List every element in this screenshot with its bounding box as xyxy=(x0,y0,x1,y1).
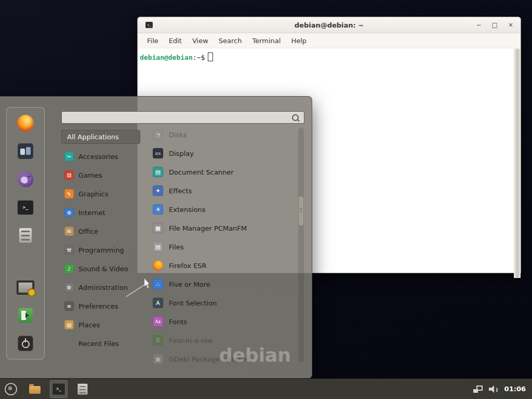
display-icon: ▭ xyxy=(153,148,163,158)
network-icon[interactable] xyxy=(473,385,483,393)
lock-screen-button[interactable] xyxy=(14,278,37,297)
category-label: Recent Files xyxy=(78,340,119,348)
app-label: Four-in-a-row xyxy=(169,337,213,344)
app-item-five-or-more[interactable]: ∴ Five or More xyxy=(149,275,295,294)
category-label: Office xyxy=(78,228,98,235)
menu-file[interactable]: File xyxy=(142,37,164,45)
debian-watermark: debian xyxy=(219,344,291,366)
taskbar-clock[interactable]: 01:06 xyxy=(504,385,526,393)
menu-view[interactable]: View xyxy=(187,37,214,45)
category-sound-video[interactable]: ♪ Sound & Video xyxy=(61,259,145,278)
category-label: Internet xyxy=(78,209,105,217)
favorite-messenger-button[interactable] xyxy=(14,170,37,189)
favorite-users-button[interactable] xyxy=(14,142,37,161)
app-item-files[interactable]: ▤ Files xyxy=(149,237,295,256)
app-label: Display xyxy=(169,150,194,157)
category-label: Administration xyxy=(78,284,128,291)
category-label: Games xyxy=(78,171,102,179)
app-label: Five or More xyxy=(169,281,210,288)
app-item-effects[interactable]: ✦ Effects xyxy=(149,181,295,200)
category-office[interactable]: ✉ Office xyxy=(61,222,145,241)
app-item-document-scanner[interactable]: ▤ Document Scanner xyxy=(149,163,295,181)
app-item-fonts[interactable]: Aa Fonts xyxy=(149,312,295,331)
logout-button[interactable] xyxy=(14,306,37,325)
category-programming[interactable]: ⚒ Programming xyxy=(61,241,145,259)
app-label: Fonts xyxy=(169,318,187,326)
app-item-font-selection[interactable]: A Font Selection xyxy=(149,294,295,312)
close-button[interactable]: × xyxy=(508,21,513,29)
menu-search[interactable]: Search xyxy=(214,37,247,45)
terminal-icon: >_ xyxy=(17,200,34,215)
category-preferences[interactable]: ≡ Preferences xyxy=(61,297,145,315)
app-label: Document Scanner xyxy=(169,168,234,176)
terminal-icon: >_ xyxy=(52,383,65,395)
internet-icon: ⊕ xyxy=(64,208,74,217)
places-folder-icon: ▤ xyxy=(64,320,74,329)
menu-button[interactable] xyxy=(2,380,20,398)
terminal-titlebar[interactable]: >_ debian@debian: ~ − □ × xyxy=(138,17,521,33)
app-item-extensions[interactable]: ✳ Extensions xyxy=(149,200,295,219)
terminal-menubar: File Edit View Search Terminal Help xyxy=(138,33,521,48)
menu-help[interactable]: Help xyxy=(286,37,312,45)
minimize-button[interactable]: − xyxy=(476,21,482,29)
firefox-icon xyxy=(17,115,34,131)
search-icon xyxy=(292,114,299,121)
search-bar xyxy=(61,111,304,124)
applications-menu: >_ All Applications ✂ Accessories ⚄ Game… xyxy=(0,96,312,379)
terminal-scrollbar-thumb[interactable] xyxy=(515,49,520,277)
terminal-cursor xyxy=(208,52,213,61)
taskbar-terminal-button[interactable]: >_ xyxy=(50,380,68,398)
shutdown-button[interactable] xyxy=(14,334,37,353)
taskbar-file-manager-button[interactable] xyxy=(26,380,44,398)
category-games[interactable]: ⚄ Games xyxy=(61,166,145,184)
app-label: Effects xyxy=(169,187,192,195)
administration-icon: ⚙ xyxy=(64,283,74,292)
logout-icon xyxy=(18,308,33,323)
terminal-title: debian@debian: ~ xyxy=(295,21,364,29)
apps-scrollbar-thumb[interactable] xyxy=(299,196,303,225)
files-icon: ▤ xyxy=(153,242,163,252)
category-graphics[interactable]: ✎ Graphics xyxy=(61,184,145,203)
category-places[interactable]: ▤ Places xyxy=(61,315,145,334)
categories-list: All Applications ✂ Accessories ⚄ Games ✎… xyxy=(61,130,145,353)
apps-scrollbar[interactable] xyxy=(298,128,304,363)
applications-list: ◔ Disks ▭ Display ▤ Document Scanner ✦ E… xyxy=(149,125,295,364)
favorite-files-button[interactable] xyxy=(14,226,37,245)
users-icon xyxy=(18,143,33,159)
app-item-file-manager-pcmanfm[interactable]: ▦ File Manager PCManFM xyxy=(149,219,295,237)
category-internet[interactable]: ⊕ Internet xyxy=(61,203,145,222)
category-accessories[interactable]: ✂ Accessories xyxy=(61,147,145,166)
menu-edit[interactable]: Edit xyxy=(164,37,187,45)
terminal-scrollbar[interactable] xyxy=(514,48,521,278)
volume-icon[interactable] xyxy=(489,385,498,393)
favorites-panel: >_ xyxy=(6,107,45,360)
messenger-icon xyxy=(18,171,33,187)
app-label: File Manager PCManFM xyxy=(169,224,247,232)
desktop: >_ debian@debian: ~ − □ × File Edit View… xyxy=(0,0,532,399)
category-all-applications[interactable]: All Applications xyxy=(61,130,140,144)
category-label: Accessories xyxy=(78,153,118,161)
favorite-terminal-button[interactable]: >_ xyxy=(14,198,37,217)
sound-video-icon: ♪ xyxy=(64,264,74,273)
app-item-disks[interactable]: ◔ Disks xyxy=(149,125,295,144)
search-input[interactable] xyxy=(66,111,292,124)
menu-terminal[interactable]: Terminal xyxy=(247,37,286,45)
extensions-icon: ✳ xyxy=(153,204,163,215)
programming-icon: ⚒ xyxy=(64,245,74,255)
font-selection-icon: A xyxy=(153,298,163,308)
favorite-firefox-button[interactable] xyxy=(14,114,37,132)
category-label: Programming xyxy=(78,246,124,254)
taskbar-files-button[interactable] xyxy=(74,380,91,398)
category-administration[interactable]: ⚙ Administration xyxy=(61,278,145,297)
maximize-button[interactable]: □ xyxy=(492,21,498,29)
graphics-icon: ✎ xyxy=(64,189,74,198)
app-label: Files xyxy=(169,243,184,251)
app-item-firefox-esr[interactable]: Firefox ESR xyxy=(149,256,295,275)
category-recent-files[interactable]: Recent Files xyxy=(61,334,145,353)
app-label: Disks xyxy=(169,131,187,139)
app-label: Font Selection xyxy=(169,299,217,307)
accessories-icon: ✂ xyxy=(64,152,74,161)
shutdown-icon xyxy=(18,336,33,351)
app-item-display[interactable]: ▭ Display xyxy=(149,144,295,163)
app-label: Extensions xyxy=(169,206,206,214)
